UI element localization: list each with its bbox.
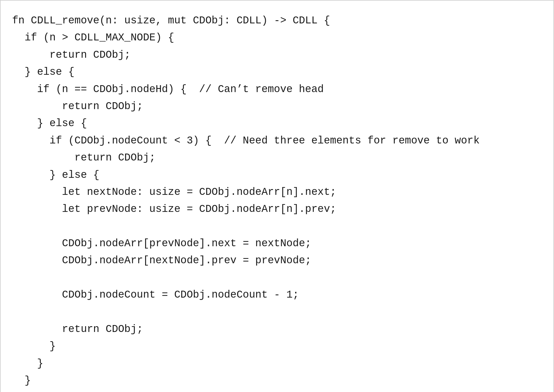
code-container: fn CDLL_remove(n: usize, mut CDObj: CDLL…	[0, 0, 554, 392]
code-block: fn CDLL_remove(n: usize, mut CDObj: CDLL…	[12, 12, 542, 392]
